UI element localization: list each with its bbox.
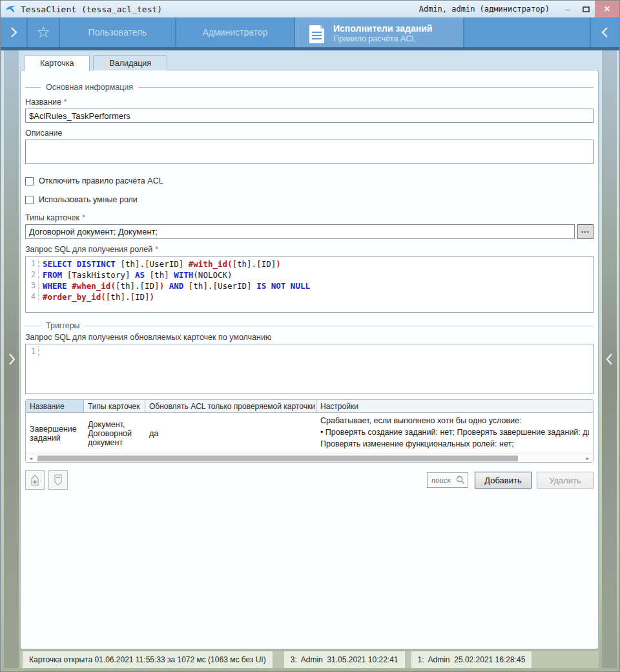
- shield-plus-icon: [29, 474, 41, 487]
- tab-validation[interactable]: Валидация: [93, 55, 167, 70]
- scroll-left-icon[interactable]: ◄: [26, 454, 36, 463]
- column-header-settings[interactable]: Настройки: [316, 400, 593, 412]
- sql-roles-label: Запрос SQL для получения ролей*: [25, 245, 594, 254]
- chevron-left-icon: [601, 26, 609, 39]
- card-panel: Основная информация Название* Описание О…: [20, 70, 599, 649]
- delete-button[interactable]: Удалить: [537, 472, 594, 488]
- name-input[interactable]: [25, 109, 594, 123]
- search-box: [427, 472, 468, 488]
- disable-acl-checkbox[interactable]: [25, 177, 34, 185]
- scrollbar-track[interactable]: [36, 454, 583, 463]
- cell-settings: Срабатывает, если выполнено хотя бы одно…: [316, 413, 593, 454]
- search-icon: [456, 476, 465, 485]
- nav-tab-active[interactable]: Исполнители заданий Правило расчёта ACL: [295, 17, 464, 50]
- nav-tab-user[interactable]: Пользователь: [60, 17, 176, 47]
- card-types-row: ...: [25, 224, 594, 239]
- column-header-card-types[interactable]: Типы карточек: [84, 400, 145, 412]
- chevron-right-icon: [10, 26, 17, 39]
- acl-remove-shield-button[interactable]: [48, 470, 68, 490]
- group-triggers: Триггеры: [25, 321, 594, 330]
- line-number: 1: [26, 346, 39, 357]
- user-info: Admin, admin (администратор): [419, 5, 550, 14]
- line-number: 4: [26, 291, 39, 302]
- chevron-left-icon: [606, 352, 614, 366]
- nav-tab-admin[interactable]: Администратор: [176, 17, 295, 47]
- close-button[interactable]: ✕: [595, 1, 619, 17]
- search-input[interactable]: [431, 476, 456, 485]
- required-mark: *: [82, 213, 85, 222]
- smart-roles-label: Использовать умные роли: [39, 195, 138, 204]
- minimize-button[interactable]: –: [559, 1, 577, 17]
- nav-collapse-button[interactable]: [590, 17, 619, 47]
- table-row[interactable]: Завершение заданий Документ, Договорной …: [26, 413, 593, 454]
- acl-add-shield-button[interactable]: [25, 470, 45, 490]
- add-button[interactable]: Добавить: [475, 472, 532, 488]
- column-header-only-checked[interactable]: Обновлять ACL только проверяемой карточк…: [145, 400, 316, 412]
- card-types-picker-button[interactable]: ...: [577, 224, 594, 239]
- active-tab-subtitle: Правило расчёта ACL: [333, 34, 432, 45]
- card-types-input[interactable]: [25, 224, 575, 239]
- navbar: ☆ Пользователь Администратор Исполнители…: [1, 17, 619, 50]
- group-title: Триггеры: [41, 321, 85, 330]
- cell-name: Завершение заданий: [26, 413, 84, 454]
- group-main-info: Основная информация: [25, 83, 594, 92]
- cell-card-types: Документ, Договорной документ: [84, 413, 145, 454]
- grid-header: Название Типы карточек Обновлять ACL тол…: [26, 400, 593, 413]
- triggers-grid: Название Типы карточек Обновлять ACL тол…: [25, 399, 594, 463]
- card-page-tabs: Карточка Валидация: [24, 55, 167, 71]
- nav-expand-button[interactable]: [1, 17, 28, 47]
- document-icon: [308, 24, 326, 45]
- cell-only-checked: да: [145, 413, 316, 454]
- checkbox-row-smart-roles: Использовать умные роли: [25, 195, 594, 204]
- required-mark: *: [155, 245, 158, 254]
- left-panel-toggle[interactable]: [4, 50, 19, 668]
- scroll-right-icon[interactable]: ►: [583, 454, 593, 463]
- status-version-1: 1: Admin 25.02.2021 16:28:45: [411, 651, 532, 668]
- group-title: Основная информация: [41, 83, 138, 92]
- grid-toolbar: Добавить Удалить: [25, 470, 594, 490]
- description-input[interactable]: [25, 140, 594, 164]
- required-mark: *: [64, 98, 67, 107]
- line-number: 3: [26, 280, 39, 291]
- disable-acl-label: Отключить правило расчёта ACL: [39, 176, 163, 185]
- column-header-name[interactable]: Название: [26, 400, 84, 412]
- description-label: Описание: [25, 129, 594, 138]
- app-logo-icon: [5, 4, 17, 14]
- tab-card[interactable]: Карточка: [24, 55, 90, 71]
- chevron-right-icon: [8, 352, 16, 366]
- favorites-button[interactable]: ☆: [28, 17, 60, 47]
- scrollbar-thumb[interactable]: [37, 456, 518, 461]
- window-title: TessaClient (tessa_acl_test): [21, 5, 162, 14]
- right-panel-toggle[interactable]: [602, 50, 617, 668]
- horizontal-scrollbar[interactable]: ◄ ►: [26, 454, 593, 462]
- titlebar: TessaClient (tessa_acl_test) Admin, admi…: [1, 1, 619, 17]
- statusbar: Карточка открыта 01.06.2021 11:55:33 за …: [20, 651, 599, 668]
- star-icon: ☆: [36, 25, 50, 40]
- maximize-button[interactable]: [577, 1, 595, 17]
- checkbox-row-disable-acl: Отключить правило расчёта ACL: [25, 176, 594, 185]
- sql-roles-editor[interactable]: 1SELECT DISTINCT [th].[UserID] #with_id(…: [25, 256, 594, 313]
- status-card-opened: Карточка открыта 01.06.2021 11:55:33 за …: [23, 651, 273, 668]
- sql-update-label: Запрос SQL для получения обновляемых кар…: [25, 333, 594, 342]
- name-label: Название*: [25, 98, 594, 107]
- line-number: 2: [26, 269, 39, 280]
- shield-minus-icon: [52, 474, 64, 487]
- active-tab-title: Исполнители заданий: [333, 23, 432, 35]
- maximize-icon: [583, 6, 590, 12]
- sql-update-editor[interactable]: 1: [25, 344, 594, 394]
- smart-roles-checkbox[interactable]: [25, 196, 34, 204]
- status-version-3: 3: Admin 31.05.2021 10:22:41: [284, 651, 405, 668]
- card-types-label: Типы карточек*: [25, 213, 594, 222]
- line-number: 1: [26, 258, 39, 269]
- tessa-client-window: TessaClient (tessa_acl_test) Admin, admi…: [0, 0, 620, 672]
